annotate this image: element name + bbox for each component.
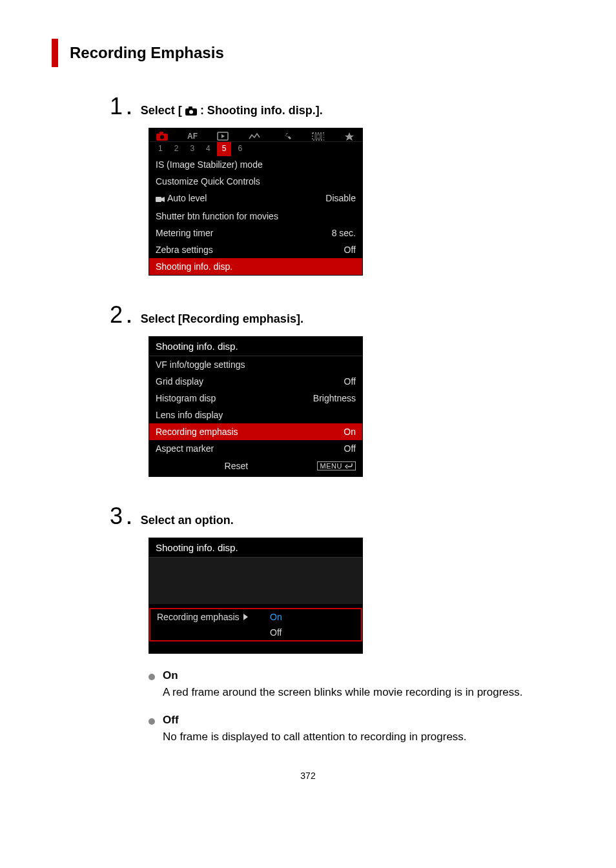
step-1: 1 . Select [ : Shooting info. disp.]. bbox=[110, 93, 551, 276]
menu2-header: Shooting info. disp. bbox=[149, 337, 362, 356]
reset-button[interactable]: Reset bbox=[156, 461, 317, 471]
menu2-item-grid-display[interactable]: Grid display Off bbox=[149, 373, 362, 390]
tab-playback-icon[interactable] bbox=[216, 131, 229, 141]
menu1-item-shooting-info-disp[interactable]: Shooting info. disp. bbox=[149, 258, 362, 275]
item-label: Aspect marker bbox=[156, 443, 214, 454]
item-label: IS (Image Stabilizer) mode bbox=[156, 159, 263, 170]
item-label: Recording emphasis bbox=[156, 427, 238, 437]
menu2-item-aspect-marker[interactable]: Aspect marker Off bbox=[149, 440, 362, 457]
svg-marker-14 bbox=[243, 614, 248, 620]
menu3-row-off[interactable]: Off bbox=[150, 625, 361, 640]
menu2-item-lens-info[interactable]: Lens info display bbox=[149, 407, 362, 423]
item-value: Off bbox=[344, 443, 356, 454]
subtab-2[interactable]: 2 bbox=[169, 142, 184, 156]
menu-label: MENU bbox=[320, 462, 342, 470]
svg-rect-12 bbox=[156, 197, 161, 202]
menu3-spacer bbox=[149, 641, 362, 653]
menu1-item-metering-timer[interactable]: Metering timer 8 sec. bbox=[149, 225, 362, 241]
step-head: 2 . Select [Recording emphasis]. bbox=[110, 301, 551, 328]
page-number: 372 bbox=[0, 771, 616, 781]
menu3-header: Shooting info. disp. bbox=[149, 538, 362, 558]
svg-point-10 bbox=[317, 136, 320, 138]
item-label: Lens info display bbox=[156, 410, 223, 420]
top-tabs[interactable]: AF bbox=[149, 128, 362, 142]
step-number: 3 bbox=[110, 503, 123, 530]
menu1-item-auto-level[interactable]: Auto level Disable bbox=[149, 190, 362, 208]
tab-af-icon[interactable]: AF bbox=[187, 131, 198, 141]
step-text: Select [ : Shooting info. disp.]. bbox=[141, 104, 323, 119]
step-number-dot: . bbox=[127, 307, 132, 327]
item-label: Zebra settings bbox=[156, 245, 213, 255]
step-text: Select [Recording emphasis]. bbox=[141, 312, 303, 326]
camera-menu-3: Shooting info. disp. Recording emphasis … bbox=[149, 538, 363, 654]
bullet-desc: No frame is displayed to call attention … bbox=[163, 729, 551, 745]
step-number: 2 bbox=[110, 301, 123, 328]
movie-icon bbox=[156, 194, 165, 205]
option-descriptions: On A red frame around the screen blinks … bbox=[149, 669, 551, 745]
step-text-post: : Shooting info. disp.]. bbox=[200, 104, 323, 117]
item-value: Brightness bbox=[313, 393, 356, 403]
subtab-4[interactable]: 4 bbox=[201, 142, 216, 156]
subtab-5[interactable]: 5 bbox=[217, 142, 232, 156]
item-label: VF info/toggle settings bbox=[156, 359, 245, 370]
subtab-6[interactable]: 6 bbox=[232, 142, 247, 156]
menu1-item-customize-quick[interactable]: Customize Quick Controls bbox=[149, 173, 362, 190]
bullet-icon bbox=[149, 718, 155, 725]
menu2-item-recording-emphasis[interactable]: Recording emphasis On bbox=[149, 423, 362, 440]
page-title: Recording Emphasis bbox=[70, 44, 224, 62]
step-number-dot: . bbox=[127, 98, 132, 119]
option-off[interactable]: Off bbox=[270, 627, 282, 638]
tab-custom-icon[interactable] bbox=[311, 131, 324, 141]
item-value: Off bbox=[344, 245, 356, 255]
svg-point-5 bbox=[160, 136, 164, 139]
menu2-bottom-row: Reset MENU bbox=[149, 457, 362, 476]
pointer-icon bbox=[243, 612, 248, 622]
item-value: On bbox=[344, 427, 356, 437]
menu3-options-frame: Recording emphasis On Off bbox=[149, 608, 362, 641]
step-number: 1 bbox=[110, 93, 123, 120]
menu1-item-is-mode[interactable]: IS (Image Stabilizer) mode bbox=[149, 156, 362, 173]
bullet-body: Off No frame is displayed to call attent… bbox=[163, 714, 551, 745]
item-label: Customize Quick Controls bbox=[156, 176, 260, 187]
svg-rect-1 bbox=[189, 106, 192, 109]
step-head: 1 . Select [ : Shooting info. disp.]. bbox=[110, 93, 551, 120]
svg-marker-7 bbox=[221, 134, 225, 138]
step-head: 3 . Select an option. bbox=[110, 503, 551, 530]
item-label: Metering timer bbox=[156, 228, 213, 238]
subtab-3[interactable]: 3 bbox=[185, 142, 200, 156]
menu2-item-histogram[interactable]: Histogram disp Brightness bbox=[149, 390, 362, 407]
svg-marker-13 bbox=[161, 197, 165, 202]
bullet-icon bbox=[149, 674, 155, 680]
item-label: Grid display bbox=[156, 376, 203, 387]
menu1-item-zebra[interactable]: Zebra settings Off bbox=[149, 241, 362, 258]
step-text-pre: Select [ bbox=[141, 104, 182, 117]
bullet-off: Off No frame is displayed to call attent… bbox=[149, 714, 551, 745]
menu2-item-vf-info[interactable]: VF info/toggle settings bbox=[149, 356, 362, 373]
item-value: 8 sec. bbox=[332, 228, 356, 238]
setting-label: Recording emphasis bbox=[157, 612, 270, 622]
page-title-row: Recording Emphasis bbox=[52, 39, 577, 67]
camera-icon bbox=[185, 105, 197, 119]
subtab-1[interactable]: 1 bbox=[153, 142, 168, 156]
step-3: 3 . Select an option. Shooting info. dis… bbox=[110, 503, 551, 745]
menu3-option-area: Recording emphasis On Off bbox=[149, 558, 362, 653]
step-text: Select an option. bbox=[141, 514, 234, 527]
tab-camera-icon[interactable] bbox=[156, 131, 169, 141]
bullet-title: Off bbox=[163, 714, 551, 727]
bullet-title: On bbox=[163, 669, 551, 682]
tab-network-icon[interactable] bbox=[248, 131, 261, 141]
camera-menu-1: AF bbox=[149, 128, 363, 276]
item-label: Shutter btn function for movies bbox=[156, 211, 278, 221]
tab-mymenu-icon[interactable] bbox=[343, 131, 356, 141]
menu3-row-on[interactable]: Recording emphasis On bbox=[150, 609, 361, 625]
tab-setup-icon[interactable] bbox=[280, 131, 293, 141]
menu1-item-shutter-btn[interactable]: Shutter btn function for movies bbox=[149, 208, 362, 225]
bullet-on: On A red frame around the screen blinks … bbox=[149, 669, 551, 701]
subtab-row[interactable]: 1 2 3 4 5 6 bbox=[149, 142, 362, 156]
menu-back-button[interactable]: MENU bbox=[317, 461, 356, 470]
item-label: Auto level bbox=[156, 193, 207, 205]
item-value: Disable bbox=[325, 193, 356, 205]
option-on[interactable]: On bbox=[270, 612, 282, 622]
bullet-desc: A red frame around the screen blinks whi… bbox=[163, 685, 551, 701]
bullet-body: On A red frame around the screen blinks … bbox=[163, 669, 551, 701]
